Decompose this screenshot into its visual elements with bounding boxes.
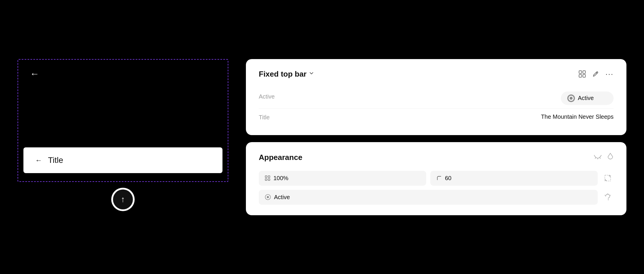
appearance-icons [594,153,614,163]
appearance-header: Appearance [259,153,614,163]
svg-rect-9 [268,179,270,180]
fixed-top-bar-card: Fixed top bar [246,59,626,135]
grid-small-icon [265,175,270,181]
radius-icon [436,175,442,181]
edit-icon-button[interactable] [592,70,600,78]
title-bar-arrow-icon: ← [35,156,42,164]
more-options-button[interactable]: ··· [605,70,614,79]
opacity-value: 100% [273,175,288,182]
svg-rect-2 [579,75,582,77]
eye-closed-icon[interactable] [594,154,602,162]
card-header: Fixed top bar [259,70,614,79]
appearance-rows: 100% 60 [259,171,614,205]
main-container: ← ← Title ↑ Fixed top bar [18,59,626,215]
opacity-field[interactable]: 100% [259,171,426,186]
radius-field[interactable]: 60 [430,171,598,186]
opacity-radius-row: 100% 60 [259,171,614,186]
title-value-text: The Mountain Never Sleeps [541,112,614,121]
svg-rect-7 [268,176,270,178]
fixed-top-bar-title: Fixed top bar [259,70,306,79]
right-panel: Fixed top bar [246,59,626,215]
svg-rect-10 [605,175,611,181]
svg-rect-6 [265,176,267,178]
svg-rect-0 [579,71,582,73]
svg-rect-3 [583,75,585,77]
svg-rect-8 [265,179,267,180]
title-label: Title [259,112,270,121]
appearance-active-value: Active [274,194,290,201]
title-row: Title The Mountain Never Sleeps [259,108,614,125]
active-row: Active Active [259,88,614,108]
svg-point-5 [570,97,572,99]
toggle-icon [567,94,575,102]
appearance-title: Appearance [259,153,302,162]
active-label: Active [259,92,275,100]
svg-rect-1 [583,71,585,73]
title-bar-title: Title [48,156,63,165]
chevron-down-icon[interactable] [309,71,314,77]
floating-btn-inner: ↑ [113,189,133,209]
opacity-icon[interactable] [607,153,614,163]
radius-value: 60 [445,175,451,182]
title-bar: ← Title [23,147,222,173]
corner-resize-icon[interactable] [602,174,614,182]
svg-point-13 [608,199,609,200]
floating-up-button[interactable]: ↑ [111,188,135,211]
left-panel: ← ← Title ↑ [18,59,228,182]
grid-icon-button[interactable] [578,70,586,78]
active-badge[interactable]: Active [561,92,614,105]
svg-point-12 [267,196,269,198]
appearance-active-row: Active [259,190,614,205]
unknown-state-icon[interactable] [602,193,614,201]
up-arrow-icon: ↑ [121,195,125,204]
active-value-text: Active [578,95,594,101]
back-arrow-dark: ← [30,68,39,79]
appearance-card: Appearance [246,142,626,215]
appearance-active-field[interactable]: Active [259,190,598,205]
card-header-actions: ··· [578,70,614,79]
toggle-small-icon [265,194,271,200]
card-title-area: Fixed top bar [259,70,314,79]
